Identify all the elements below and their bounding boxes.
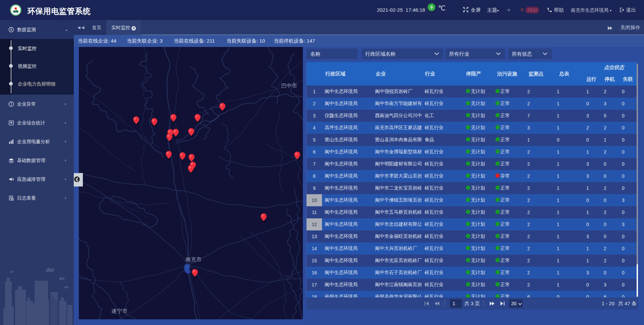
- svg-text:巴中市: 巴中市: [281, 83, 297, 89]
- svg-text:南充市: 南充市: [185, 257, 202, 262]
- svg-text:遂宁市: 遂宁市: [111, 308, 127, 314]
